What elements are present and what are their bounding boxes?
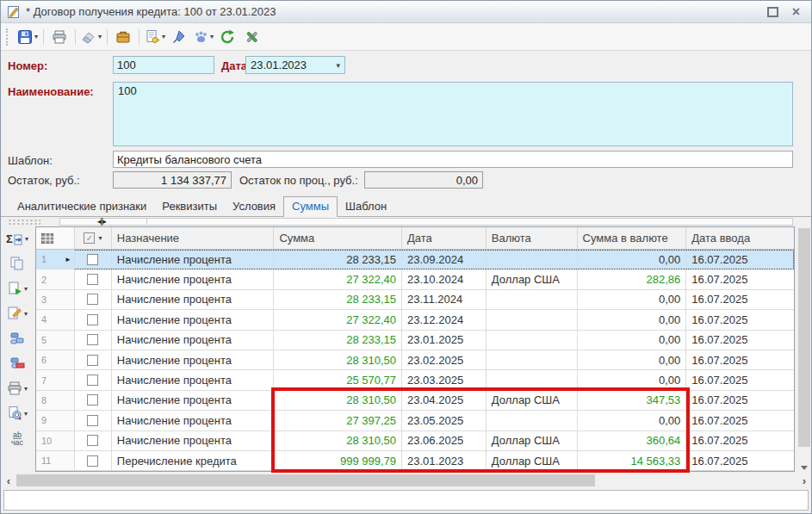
select-all-header-cell[interactable]: ✓ ▾ [75,227,112,249]
entry-date-cell[interactable]: 16.07.2025 [686,370,794,390]
table-row[interactable]: 4Начисление процента27 322,4023.12.20240… [36,310,794,330]
purpose-cell[interactable]: Начисление процента [112,431,275,451]
date-cell[interactable]: 23.06.2025 [402,431,487,451]
table-row[interactable]: 9Начисление процента27 397,2523.05.20250… [36,411,794,430]
row-header-cell[interactable] [36,227,75,249]
currency-cell[interactable] [487,310,578,330]
vertical-scrollbar-thumb[interactable] [798,228,810,447]
group-add-button[interactable] [2,328,33,349]
clear-button[interactable]: ▾ [79,27,103,47]
table-row[interactable]: 11Перечисление кредита999 999,7923.01.20… [36,451,794,471]
select-menu-caret-icon[interactable]: ▾ [98,234,102,242]
purpose-cell[interactable]: Начисление процента [112,250,275,269]
entry-date-cell[interactable]: 16.07.2025 [686,451,794,471]
entry-date-cell[interactable]: 16.07.2025 [686,391,794,411]
row-number-cell[interactable]: 1► [36,250,75,269]
date-cell[interactable]: 23.12.2024 [402,310,487,330]
row-select-cell[interactable] [75,411,112,430]
row-checkbox[interactable] [87,254,98,265]
currency-cell[interactable]: Доллар США [487,391,578,411]
row-checkbox[interactable] [87,394,98,406]
sum-cell[interactable]: 28 233,15 [274,331,402,350]
sum-cell[interactable]: 28 310,50 [274,431,402,451]
sum-in-currency-cell[interactable]: 347,53 [578,391,687,411]
row-checkbox[interactable] [87,334,98,345]
row-number-cell[interactable]: 10 [36,431,75,451]
vertical-scrollbar[interactable] [797,226,811,473]
row-select-cell[interactable] [75,370,112,390]
preview-button[interactable]: ▾ [2,403,33,424]
tab-item[interactable]: Суммы [283,196,338,217]
print-list-button[interactable]: ▾ [2,378,33,399]
purpose-cell[interactable]: Начисление процента [112,391,275,411]
column-header-currency[interactable]: Валюта [487,227,578,249]
table-row[interactable]: 8Начисление процента28 310,5023.04.2025Д… [36,391,794,411]
grid-grip[interactable] [8,219,40,226]
date-cell[interactable]: 23.05.2025 [402,411,487,430]
add-record-button[interactable]: ▾ [2,278,33,299]
scroll-right-arrow-icon[interactable]: › [798,474,810,487]
sum-cell[interactable]: 28 233,15 [274,290,402,310]
entry-date-cell[interactable]: 16.07.2025 [686,269,794,289]
row-select-cell[interactable] [75,350,112,370]
totals-caret-icon[interactable]: ▾ [25,235,28,243]
row-number-cell[interactable]: 9 [36,411,75,430]
purpose-cell[interactable]: Начисление процента [112,331,275,350]
purpose-cell[interactable]: Перечисление кредита [112,451,275,471]
preview-caret-icon[interactable]: ▾ [24,410,28,418]
scroll-down-arrow-icon[interactable] [801,466,808,470]
row-number-cell[interactable]: 8 [36,391,75,411]
print-button[interactable] [47,27,71,47]
entry-date-cell[interactable]: 16.07.2025 [686,350,794,370]
sum-in-currency-cell[interactable]: 0,00 [578,411,687,430]
sum-in-currency-cell[interactable]: 282,86 [578,269,687,289]
sum-cell[interactable]: 25 570,77 [274,370,402,390]
row-number-cell[interactable]: 4 [36,310,75,330]
currency-cell[interactable] [487,350,578,370]
date-cell[interactable]: 23.04.2025 [402,391,487,411]
sum-in-currency-cell[interactable]: 0,00 [578,370,687,390]
date-cell[interactable]: 23.09.2024 [402,250,487,269]
table-row[interactable]: 6Начисление процента28 310,5023.02.20250… [36,350,794,370]
tab-item[interactable]: Реквизиты [154,197,225,216]
sum-in-currency-cell[interactable]: 0,00 [578,310,687,330]
sum-in-currency-cell[interactable]: 0,00 [578,290,687,310]
horizontal-scrollbar-thumb[interactable] [16,474,595,486]
row-number-cell[interactable]: 3 [36,290,75,310]
row-select-cell[interactable] [75,391,112,411]
sum-cell[interactable]: 27 397,25 [274,411,402,430]
tab-item[interactable]: Аналитические признаки [9,197,154,216]
tab-item[interactable]: Условия [225,197,283,216]
date-combobox[interactable]: 23.01.2023 ▾ [245,56,345,74]
entry-date-cell[interactable]: 16.07.2025 [686,431,794,451]
main-pane-scrollbar[interactable] [146,218,793,226]
column-header-sum-in-currency[interactable]: Сумма в валюте [578,227,687,249]
entry-date-cell[interactable]: 16.07.2025 [686,411,794,430]
maximize-button[interactable] [767,7,778,17]
purpose-cell[interactable]: Начисление процента [112,310,275,330]
replace-text-button[interactable]: ab час [2,428,33,449]
services-caret-icon[interactable]: ▾ [210,33,214,40]
purpose-cell[interactable]: Начисление процента [112,370,275,390]
access-button[interactable]: ▾ [143,27,167,47]
column-header-sum[interactable]: Сумма [274,227,402,249]
currency-cell[interactable] [487,250,578,269]
currency-cell[interactable]: Доллар США [487,431,578,451]
purpose-cell[interactable]: Начисление процента [112,269,275,289]
purpose-cell[interactable]: Начисление процента [112,290,275,310]
add-record-caret-icon[interactable]: ▾ [24,285,28,293]
refresh-button[interactable] [215,27,239,47]
group-remove-button[interactable] [2,353,33,374]
currency-cell[interactable] [487,370,578,390]
currency-cell[interactable]: Доллар США [487,269,578,289]
sum-cell[interactable]: 999 999,79 [274,451,402,471]
sum-in-currency-cell[interactable]: 14 563,33 [578,451,687,471]
sum-in-currency-cell[interactable]: 0,00 [578,331,687,350]
table-row[interactable]: 10Начисление процента28 310,5023.06.2025… [36,431,794,451]
pane-splitter-handle[interactable]: ◂||▸ [97,217,106,226]
row-checkbox[interactable] [87,455,98,467]
sum-cell[interactable]: 27 322,40 [274,269,402,289]
row-select-cell[interactable] [75,250,112,269]
currency-cell[interactable]: Доллар США [487,451,578,471]
row-checkbox[interactable] [87,435,98,446]
